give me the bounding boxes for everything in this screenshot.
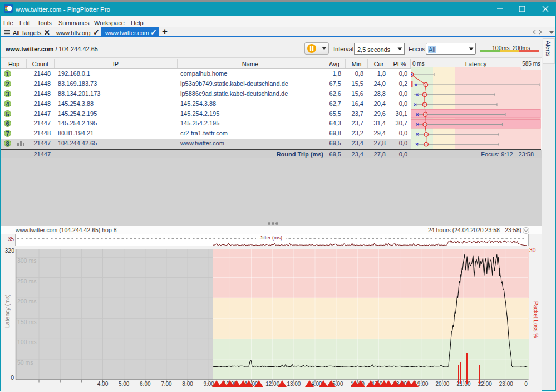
svg-text:23:00: 23:00 <box>499 381 513 387</box>
svg-text:13:00: 13:00 <box>287 381 301 387</box>
svg-text:50 ms: 50 ms <box>17 359 33 366</box>
svg-text:300 ms: 300 ms <box>17 257 36 264</box>
svg-text:4:00: 4:00 <box>97 381 109 387</box>
svg-text:www.twitter.com (104.244.42.65: www.twitter.com (104.244.42.65) hop 8 <box>15 227 117 233</box>
svg-text:20:00: 20:00 <box>435 381 449 387</box>
svg-text:200 ms: 200 ms <box>17 298 36 305</box>
svg-text:Jitter (ms): Jitter (ms) <box>260 235 282 241</box>
svg-text:24 hours (24.04.2020 23:58 - 2: 24 hours (24.04.2020 23:58 - 23:58) <box>428 227 521 233</box>
svg-text:0: 0 <box>11 374 14 381</box>
svg-text:12:00: 12:00 <box>265 381 279 387</box>
svg-text:250 ms: 250 ms <box>17 278 36 285</box>
svg-text:6:00: 6:00 <box>140 381 151 387</box>
svg-text:35: 35 <box>8 236 14 242</box>
svg-text:150 ms: 150 ms <box>17 318 36 325</box>
svg-text:5:00: 5:00 <box>119 381 130 387</box>
svg-text:30: 30 <box>529 247 536 253</box>
svg-text:7:00: 7:00 <box>161 381 172 387</box>
svg-text:8:00: 8:00 <box>182 381 193 387</box>
svg-text:Latency (ms): Latency (ms) <box>4 294 11 328</box>
svg-text:100 ms: 100 ms <box>17 339 36 345</box>
svg-text:0: 0 <box>524 381 528 387</box>
svg-text:320: 320 <box>4 247 14 254</box>
svg-text:Packet Loss %: Packet Loss % <box>533 301 539 338</box>
